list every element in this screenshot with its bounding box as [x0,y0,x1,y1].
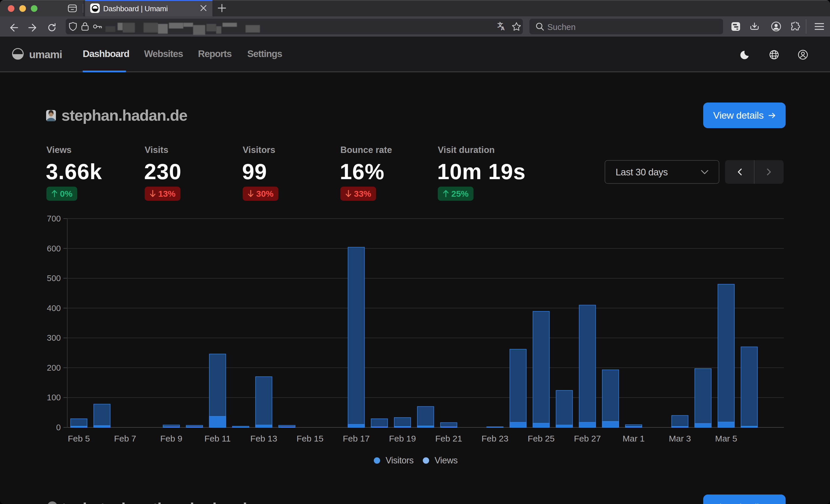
svg-text:Mar 5: Mar 5 [715,434,737,443]
svg-text:Feb 23: Feb 23 [482,434,508,443]
svg-text:100: 100 [47,393,61,402]
svg-text:Feb 9: Feb 9 [160,434,183,443]
svg-text:Views: Views [435,455,458,465]
svg-text:Feb 7: Feb 7 [114,434,136,443]
svg-text:600: 600 [47,244,61,253]
svg-text:Feb 19: Feb 19 [389,434,416,443]
svg-text:Feb 15: Feb 15 [296,434,323,443]
svg-text:200: 200 [47,363,61,372]
svg-text:Feb 17: Feb 17 [343,434,370,443]
svg-text:400: 400 [47,304,61,313]
svg-text:A: A [501,26,505,31]
svg-text:700: 700 [47,214,61,223]
svg-text:Mar 3: Mar 3 [669,434,691,443]
svg-text:Feb 27: Feb 27 [574,434,601,443]
svg-text:Visitors: Visitors [386,455,414,465]
svg-text:Mar 1: Mar 1 [622,434,645,443]
svg-text:500: 500 [47,274,61,283]
svg-text:300: 300 [47,333,61,342]
svg-text:Feb 21: Feb 21 [435,434,462,443]
svg-text:Feb 5: Feb 5 [68,434,90,443]
svg-text:0: 0 [56,423,61,432]
svg-text:Feb 13: Feb 13 [250,434,277,443]
svg-text:Feb 11: Feb 11 [204,434,230,443]
svg-text:Feb 25: Feb 25 [528,434,554,443]
